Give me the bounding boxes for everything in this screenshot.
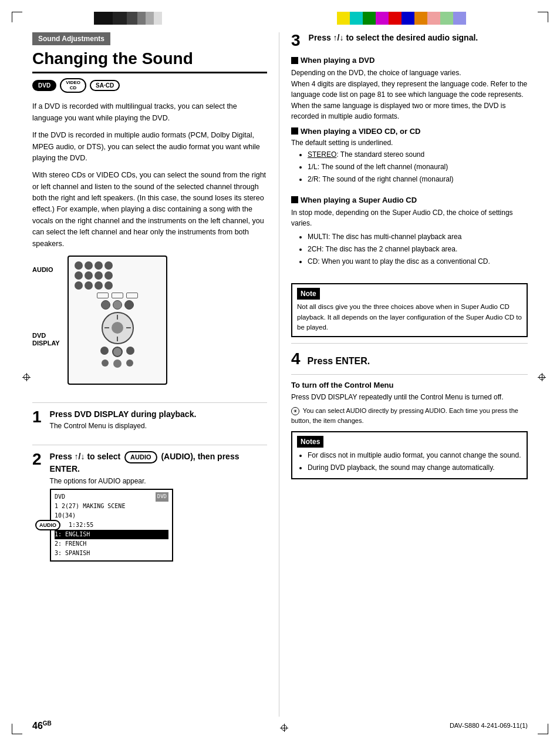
step-2-title: Press ↑/↓ to select AUDIO (AUDIO), then … xyxy=(50,451,267,475)
screen-row-scene: 1 2(27) MAKING SCENE xyxy=(55,502,168,511)
sacd-item-2ch: 2CH: The disc has the 2 channel playback… xyxy=(308,244,528,255)
dvd-label: DVD xyxy=(38,82,50,89)
videocd-item-stereo: STEREO: The standard stereo sound xyxy=(308,149,528,160)
divider-3 xyxy=(291,343,528,344)
corner-mark-br xyxy=(538,724,548,734)
corner-mark-tr xyxy=(538,12,548,22)
step-1-title: Press DVD DISPLAY during playback. xyxy=(50,409,197,419)
screen-box: DVD DVD 1 2(27) MAKING SCENE 10(34) T 1:… xyxy=(50,489,173,562)
audio-badge-screen: AUDIO xyxy=(35,520,60,530)
page-number: 46GB xyxy=(32,720,52,731)
step-2-desc: The options for AUDIO appear. xyxy=(50,477,267,485)
subsection-dvd-title: When playing a DVD xyxy=(291,56,528,65)
step-3: 3 Press ↑/↓ to select the desired audio … xyxy=(291,32,528,49)
screen-diagram: AUDIO DVD DVD 1 2(27) MAKING SCENE 10(34… xyxy=(50,489,173,562)
notes-item-1: For discs not in multiple audio format, … xyxy=(308,450,522,461)
right-color-bar xyxy=(337,12,466,25)
diagram-label-dvd: DVDDISPLAY xyxy=(32,332,60,347)
sacd-label: SA·CD xyxy=(96,82,114,89)
corner-mark-bl xyxy=(12,724,22,734)
step-4-title: Press ENTER. xyxy=(308,356,370,367)
section-header: Sound Adjustments xyxy=(32,32,110,45)
footer-code: DAV-S880 4-241-069-11(1) xyxy=(450,722,528,729)
page-suffix: GB xyxy=(43,720,52,727)
intro-text-3: With stereo CDs or VIDEO CDs, you can se… xyxy=(32,170,267,250)
turnoff-title: To turn off the Control Menu xyxy=(291,381,528,389)
intro-text-2: If the DVD is recorded in multiple audio… xyxy=(32,130,267,164)
note-box: Note Not all discs give you the three ch… xyxy=(291,283,528,337)
sacd-intro: In stop mode, depending on the Super Aud… xyxy=(291,207,528,229)
subsection-videocd-title: When playing a VIDEO CD, or CD xyxy=(291,127,528,136)
bullet-dvd xyxy=(291,57,298,64)
audio-badge-inline: AUDIO xyxy=(124,451,157,463)
note-text: Not all discs give you the three choices… xyxy=(297,302,522,332)
format-badges: DVD VIDEOCD SA·CD xyxy=(32,78,267,93)
notes-item-2: During DVD playback, the sound may chang… xyxy=(308,462,522,473)
screen-dvd-badge: DVD xyxy=(156,492,168,502)
screen-row-track: 10(34) xyxy=(55,511,168,520)
video-cd-label: VIDEOCD xyxy=(66,80,80,91)
diagram-label-audio: AUDIO xyxy=(32,266,53,273)
step-2-num: 2 xyxy=(32,451,42,468)
diagram-area: AUDIO DVDDISPLAY xyxy=(32,256,267,396)
videocd-default: The default setting is underlined. xyxy=(291,139,528,147)
left-color-bar xyxy=(94,12,162,25)
sacd-item-cd: CD: When you want to play the disc as a … xyxy=(308,256,528,267)
main-content: Sound Adjustments Changing the Sound DVD… xyxy=(32,32,528,717)
step-2: 2 Press ↑/↓ to select AUDIO (AUDIO), the… xyxy=(32,451,267,562)
divider-1 xyxy=(32,402,267,403)
step-1-num: 1 xyxy=(32,409,42,425)
videocd-list: STEREO: The standard stereo sound 1/L: T… xyxy=(291,149,528,186)
screen-row-english: 1: ENGLISH xyxy=(55,530,168,539)
step-4: 4 Press ENTER. xyxy=(291,350,528,368)
screen-row-time: T 1:32:55 xyxy=(55,520,168,530)
page-title: Changing the Sound xyxy=(32,50,267,73)
left-column: Sound Adjustments Changing the Sound DVD… xyxy=(32,32,279,717)
divider-4 xyxy=(291,374,528,375)
screen-row-french: 2: FRENCH xyxy=(55,539,168,549)
videocd-item-1l: 1/L: The sound of the left channel (mona… xyxy=(308,162,528,173)
notes-box: Notes For discs not in multiple audio fo… xyxy=(291,431,528,479)
screen-row-spanish: 3: SPANISH xyxy=(55,549,168,558)
page-footer: 46GB DAV-S880 4-241-069-11(1) xyxy=(32,720,528,731)
tip-text: ☀ You can select AUDIO directly by press… xyxy=(291,406,528,425)
intro-text-1: If a DVD is recorded with multilingual t… xyxy=(32,101,267,124)
step-3-num: 3 xyxy=(291,32,301,49)
subsection-sacd-title: When playing a Super Audio CD xyxy=(291,196,528,204)
step-1-desc: The Control Menu is displayed. xyxy=(50,421,197,432)
videocd-item-2r: 2/R: The sound of the right channel (mon… xyxy=(308,174,528,185)
badge-dvd: DVD xyxy=(32,80,56,91)
right-column: 3 Press ↑/↓ to select the desired audio … xyxy=(279,32,528,717)
corner-mark-tl xyxy=(12,12,22,22)
note-title: Note xyxy=(297,288,320,300)
badge-video-cd: VIDEOCD xyxy=(60,78,86,93)
bullet-videocd xyxy=(291,127,298,135)
step-3-title: Press ↑/↓ to select the desired audio si… xyxy=(309,32,478,43)
notes-title: Notes xyxy=(297,436,323,448)
badge-sacd: SA·CD xyxy=(90,80,120,91)
subsection-dvd-text: Depending on the DVD, the choice of lang… xyxy=(291,68,528,122)
turnoff-text: Press DVD DISPLAY repeatedly until the C… xyxy=(291,392,528,402)
divider-2 xyxy=(32,445,267,445)
sacd-item-multi: MULTI: The disc has multi-channel playba… xyxy=(308,231,528,243)
tip-icon: ☀ xyxy=(291,407,299,415)
sacd-list: MULTI: The disc has multi-channel playba… xyxy=(291,231,528,268)
bullet-sacd xyxy=(291,196,298,203)
notes-list: For discs not in multiple audio format, … xyxy=(297,450,522,473)
device-illustration: ↑/↓ ENTER xyxy=(68,256,167,385)
screen-row-dvd: DVD xyxy=(55,492,65,502)
turn-off-section: To turn off the Control Menu Press DVD D… xyxy=(291,381,528,425)
step-1: 1 Press DVD DISPLAY during playback. The… xyxy=(32,409,267,438)
step-4-num: 4 xyxy=(291,350,301,368)
